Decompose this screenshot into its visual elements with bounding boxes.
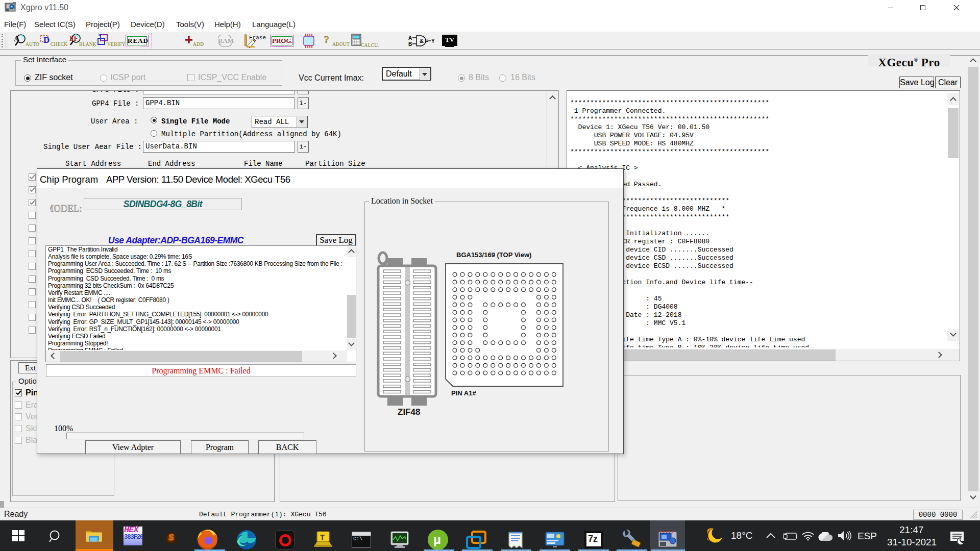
svg-text:B: B: [408, 41, 412, 47]
svg-text:&: &: [420, 38, 424, 44]
svg-text:Y: Y: [431, 38, 435, 44]
svg-text:A: A: [408, 35, 412, 41]
svg-text:?: ?: [324, 34, 329, 45]
svg-text:D: D: [43, 35, 50, 45]
svg-text:T: T: [320, 533, 325, 541]
